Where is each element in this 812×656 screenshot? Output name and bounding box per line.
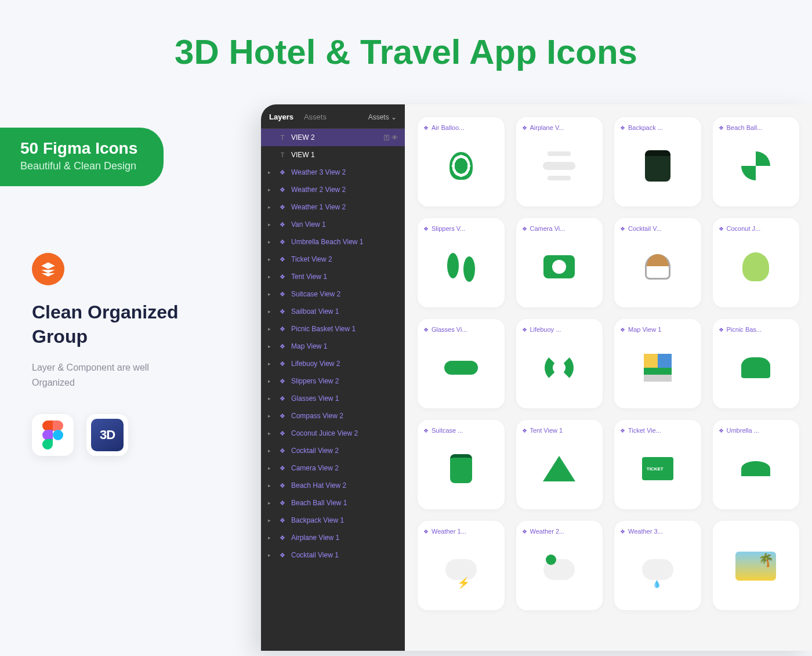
card-body	[620, 232, 695, 302]
layers-icon	[32, 253, 64, 285]
layer-row[interactable]: ▸❖Weather 1 View 2	[261, 198, 405, 216]
icon-card[interactable]: ❖Picnic Bas...	[713, 319, 800, 408]
layer-row[interactable]: ▸❖Beach Hat View 2	[261, 477, 405, 494]
layer-row[interactable]: ▸❖Glasses View 1	[261, 390, 405, 407]
icon-card[interactable]: ❖Air Balloo...	[418, 117, 505, 206]
icon-card[interactable]: ❖Weather 2...	[516, 521, 603, 610]
icon-card[interactable]: ❖Weather 1...	[418, 521, 505, 610]
layer-row[interactable]: ▸❖Lifebuoy View 2	[261, 355, 405, 372]
icon-card[interactable]: ❖Backpack ...	[614, 117, 701, 206]
expand-chevron-icon: ▸	[268, 239, 274, 245]
component-icon: ❖	[423, 427, 429, 434]
component-icon: ❖	[522, 327, 527, 333]
layer-row[interactable]: ▸❖Beach Ball View 1	[261, 494, 405, 512]
icon-card[interactable]: ❖Ticket Vie...	[614, 420, 701, 509]
i-umb-icon	[734, 447, 778, 491]
card-body	[620, 131, 695, 201]
layer-row[interactable]: ▸❖Weather 2 View 2	[261, 181, 405, 198]
layer-row[interactable]: ▸❖Picnic Basket View 1	[261, 320, 405, 338]
card-header: ❖Umbrella ...	[719, 427, 794, 434]
card-label: Ticket Vie...	[628, 427, 661, 434]
eye-icon[interactable]: 👁	[392, 134, 398, 141]
layer-row[interactable]: ▸❖Sailboat View 1	[261, 303, 405, 320]
icon-card[interactable]: ❖Coconut J...	[713, 218, 800, 307]
layer-row[interactable]: TVIEW 1	[261, 146, 405, 164]
expand-chevron-icon: ▸	[268, 187, 274, 193]
layer-row[interactable]: ▸❖Cocktail View 2	[261, 442, 405, 459]
layer-row[interactable]: ▸❖Coconut Juice View 2	[261, 425, 405, 442]
card-label: Glasses Vi...	[432, 326, 467, 333]
figma-app-window: Layers Assets Assets ⌄ TVIEW 2⚿ 👁TVIEW 1…	[261, 104, 812, 651]
layer-row[interactable]: ▸❖Van View 1	[261, 216, 405, 233]
component-icon: ❖	[278, 169, 287, 176]
figma-logo	[32, 414, 74, 456]
icon-card[interactable]: ❖Weather 3...	[614, 521, 701, 610]
card-header: ❖Weather 2...	[522, 528, 597, 535]
layer-row[interactable]: TVIEW 2⚿ 👁	[261, 129, 405, 146]
assets-dropdown[interactable]: Assets ⌄	[368, 113, 397, 121]
card-header: ❖Cocktail V...	[620, 225, 695, 232]
i-coco-icon	[734, 245, 778, 289]
component-icon: ❖	[278, 378, 287, 385]
icon-card[interactable]: ❖Beach Ball...	[713, 117, 800, 206]
tab-assets[interactable]: Assets	[304, 113, 327, 121]
expand-chevron-icon: ▸	[268, 343, 274, 349]
layer-row[interactable]: ▸❖Map View 1	[261, 338, 405, 355]
layer-row[interactable]: ▸❖Backpack View 1	[261, 512, 405, 529]
chevron-down-icon: ⌄	[391, 113, 397, 121]
i-suit-icon	[439, 447, 483, 491]
card-header: ❖Airplane V...	[522, 124, 597, 131]
layer-row[interactable]: ▸❖Weather 3 View 2	[261, 164, 405, 181]
component-icon: ❖	[278, 552, 287, 559]
layer-row[interactable]: ▸❖Suitcase View 2	[261, 285, 405, 303]
layer-label: Van View 1	[291, 220, 398, 229]
component-icon: ❖	[278, 204, 287, 211]
layer-row[interactable]: ▸❖Ticket View 2	[261, 251, 405, 268]
icon-card[interactable]: ❖Glasses Vi...	[418, 319, 505, 408]
layer-row[interactable]: ▸❖Tent View 1	[261, 268, 405, 285]
expand-chevron-icon: ▸	[268, 500, 274, 506]
tab-layers[interactable]: Layers	[269, 113, 293, 121]
card-label: Lifebuoy ...	[530, 326, 561, 333]
icon-card[interactable]: ❖Suitcase ...	[418, 420, 505, 509]
icon-card[interactable]: ❖Tent View 1	[516, 420, 603, 509]
i-tent-icon	[537, 447, 581, 491]
layer-row[interactable]: ▸❖Umbrella Beach View 1	[261, 233, 405, 251]
layer-row[interactable]: ▸❖Cocktail View 1	[261, 546, 405, 564]
i-cock-icon	[636, 245, 680, 289]
card-header: ❖Backpack ...	[620, 124, 695, 131]
icon-card[interactable]: ❖Cocktail V...	[614, 218, 701, 307]
icon-card[interactable]: ❖Camera Vi...	[516, 218, 603, 307]
component-icon: ❖	[278, 273, 287, 281]
layer-list: TVIEW 2⚿ 👁TVIEW 1▸❖Weather 3 View 2▸❖Wea…	[261, 129, 405, 564]
i-ball-icon	[734, 144, 778, 188]
component-icon: ❖	[278, 534, 287, 542]
logo-row: 3D	[32, 414, 249, 456]
layer-label: Cocktail View 2	[291, 447, 398, 455]
canvas[interactable]: ❖Air Balloo...❖Airplane V...❖Backpack ..…	[405, 104, 812, 651]
icon-card[interactable]	[713, 521, 800, 610]
icon-card[interactable]: ❖Airplane V...	[516, 117, 603, 206]
icon-card[interactable]: ❖Lifebuoy ...	[516, 319, 603, 408]
icon-card[interactable]: ❖Umbrella ...	[713, 420, 800, 509]
card-header: ❖Camera Vi...	[522, 225, 597, 232]
lock-visibility-icons[interactable]: ⚿ 👁	[383, 134, 398, 141]
layer-label: Ticket View 2	[291, 255, 398, 263]
component-icon: ❖	[278, 465, 287, 472]
component-icon: ❖	[522, 125, 527, 131]
layer-row[interactable]: ▸❖Camera View 2	[261, 459, 405, 477]
layer-row[interactable]: ▸❖Compass View 2	[261, 407, 405, 425]
layer-label: Picnic Basket View 1	[291, 325, 398, 333]
layer-row[interactable]: ▸❖Airplane View 1	[261, 529, 405, 546]
expand-chevron-icon: ▸	[268, 448, 274, 454]
layer-label: Umbrella Beach View 1	[291, 238, 398, 246]
card-body	[423, 434, 499, 503]
component-icon: ❖	[620, 528, 625, 535]
layer-label: Beach Hat View 2	[291, 481, 398, 490]
layer-row[interactable]: ▸❖Slippers View 2	[261, 372, 405, 390]
expand-chevron-icon: ▸	[268, 430, 274, 436]
icon-card[interactable]: ❖Map View 1	[614, 319, 701, 408]
icon-card[interactable]: ❖Slippers V...	[418, 218, 505, 307]
unlock-icon[interactable]: ⚿	[383, 134, 390, 141]
card-header: ❖Map View 1	[620, 326, 695, 333]
